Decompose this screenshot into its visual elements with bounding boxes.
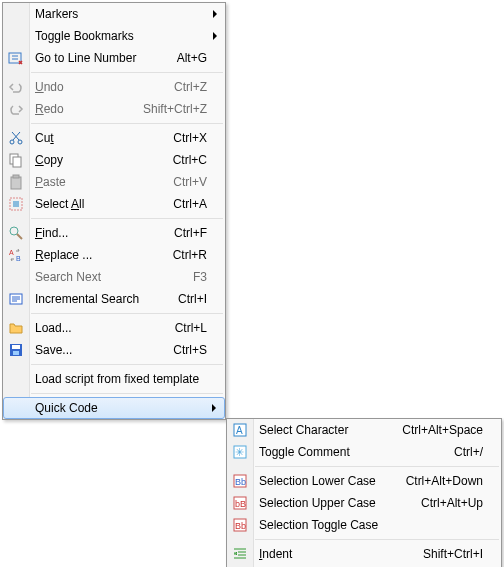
submenu-arrow-icon (213, 10, 217, 18)
bookmark-icon (3, 25, 29, 47)
shortcut: Ctrl+Alt+Space (402, 423, 501, 437)
togglecase-icon: Bb (227, 514, 253, 536)
copy-icon (3, 149, 29, 171)
submenu-arrow-icon (213, 32, 217, 40)
separator (31, 72, 223, 73)
menu-item-paste: Paste Ctrl+V (3, 171, 225, 193)
menu-item-copy[interactable]: Copy Ctrl+C (3, 149, 225, 171)
shortcut: Ctrl+Alt+Up (421, 496, 501, 510)
label: Search Next (29, 270, 193, 284)
svg-text:bB: bB (235, 499, 246, 509)
menu-item-load-template[interactable]: Load script from fixed template (3, 368, 225, 390)
separator (31, 364, 223, 365)
goto-line-icon (3, 47, 29, 69)
shortcut: Ctrl+Alt+Down (406, 474, 501, 488)
menu-item-lower-case[interactable]: Bb Selection Lower Case Ctrl+Alt+Down (227, 470, 501, 492)
menu-item-replace[interactable]: AB Replace ... Ctrl+R (3, 244, 225, 266)
save-icon (3, 339, 29, 361)
separator (31, 218, 223, 219)
svg-point-1 (10, 140, 14, 144)
menu-item-select-all[interactable]: Select All Ctrl+A (3, 193, 225, 215)
separator (31, 393, 223, 394)
svg-rect-8 (13, 201, 19, 207)
svg-point-2 (18, 140, 22, 144)
menu-item-redo: Redo Shift+Ctrl+Z (3, 98, 225, 120)
menu-item-quick-code[interactable]: Quick Code (3, 397, 225, 419)
label: Indent (253, 547, 423, 561)
incremental-search-icon (3, 288, 29, 310)
separator (31, 313, 223, 314)
menu-item-indent[interactable]: Indent Shift+Ctrl+I (227, 543, 501, 565)
menu-item-markers[interactable]: Markers (3, 3, 225, 25)
menu-item-incremental-search[interactable]: Incremental Search Ctrl+I (3, 288, 225, 310)
label: Select Character (253, 423, 402, 437)
label: Markers (29, 7, 225, 21)
select-char-icon: A (227, 419, 253, 441)
indent-icon (227, 543, 253, 565)
find-icon (3, 222, 29, 244)
select-all-icon (3, 193, 29, 215)
shortcut: Ctrl+A (173, 197, 225, 211)
svg-point-9 (10, 227, 18, 235)
label: Undo (29, 80, 174, 94)
svg-text:✳: ✳ (235, 446, 244, 458)
uppercase-icon: bB (227, 492, 253, 514)
menu-item-load[interactable]: Load... Ctrl+L (3, 317, 225, 339)
svg-text:A: A (236, 425, 243, 436)
svg-rect-14 (12, 345, 20, 349)
redo-icon (3, 98, 29, 120)
label: Save... (29, 343, 173, 357)
quick-code-submenu: A Select Character Ctrl+Alt+Space ✳ Togg… (226, 418, 502, 567)
shortcut: Ctrl+V (173, 175, 225, 189)
label: Select All (29, 197, 173, 211)
label: Selection Lower Case (253, 474, 406, 488)
menu-item-upper-case[interactable]: bB Selection Upper Case Ctrl+Alt+Up (227, 492, 501, 514)
markers-icon (3, 3, 29, 25)
shortcut: Ctrl+C (173, 153, 225, 167)
shortcut: Ctrl+X (173, 131, 225, 145)
shortcut: Alt+G (177, 51, 225, 65)
label: Cut (29, 131, 173, 145)
menu-item-toggle-case[interactable]: Bb Selection Toggle Case (227, 514, 501, 536)
shortcut: Ctrl+F (174, 226, 225, 240)
quick-code-icon (4, 398, 29, 418)
label: Go to Line Number (29, 51, 177, 65)
menu-item-find[interactable]: Find... Ctrl+F (3, 222, 225, 244)
label: Load... (29, 321, 175, 335)
shortcut: Ctrl+R (173, 248, 225, 262)
label: Find... (29, 226, 174, 240)
shortcut: Ctrl+Z (174, 80, 225, 94)
edit-menu: Markers Toggle Bookmarks Go to Line Numb… (2, 2, 226, 420)
label: Load script from fixed template (29, 372, 225, 386)
label: Selection Toggle Case (253, 518, 501, 532)
separator (31, 123, 223, 124)
label: Copy (29, 153, 173, 167)
label: Quick Code (29, 401, 224, 415)
menu-item-select-character[interactable]: A Select Character Ctrl+Alt+Space (227, 419, 501, 441)
menu-item-toggle-bookmarks[interactable]: Toggle Bookmarks (3, 25, 225, 47)
submenu-arrow-icon (212, 404, 216, 412)
label: Toggle Bookmarks (29, 29, 225, 43)
menu-item-goto-line[interactable]: Go to Line Number Alt+G (3, 47, 225, 69)
label: Redo (29, 102, 143, 116)
menu-item-cut[interactable]: Cut Ctrl+X (3, 127, 225, 149)
separator (255, 466, 499, 467)
shortcut: Shift+Ctrl+I (423, 547, 501, 561)
menu-item-toggle-comment[interactable]: ✳ Toggle Comment Ctrl+/ (227, 441, 501, 463)
label: Toggle Comment (253, 445, 454, 459)
menu-item-save[interactable]: Save... Ctrl+S (3, 339, 225, 361)
label: Selection Upper Case (253, 496, 421, 510)
shortcut: Shift+Ctrl+Z (143, 102, 225, 116)
svg-text:Bb: Bb (235, 477, 246, 487)
shortcut: Ctrl+I (178, 292, 225, 306)
svg-rect-15 (13, 351, 19, 355)
shortcut: F3 (193, 270, 225, 284)
label: Paste (29, 175, 173, 189)
svg-rect-4 (13, 157, 21, 167)
separator (255, 539, 499, 540)
lowercase-icon: Bb (227, 470, 253, 492)
svg-text:B: B (16, 255, 21, 262)
menu-item-search-next: Search Next F3 (3, 266, 225, 288)
folder-open-icon (3, 317, 29, 339)
shortcut: Ctrl+/ (454, 445, 501, 459)
